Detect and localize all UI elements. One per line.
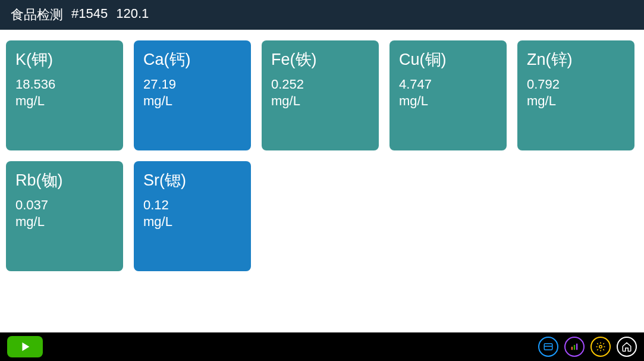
card-icon bbox=[543, 341, 554, 352]
element-label: Sr(锶) bbox=[143, 169, 241, 191]
element-unit: mg/L bbox=[15, 93, 114, 109]
element-label: Cu(铜) bbox=[399, 49, 497, 70]
footer-icon-group bbox=[538, 337, 637, 357]
element-value: 27.19 bbox=[143, 76, 241, 93]
gear-icon bbox=[595, 341, 606, 352]
settings-button[interactable] bbox=[590, 337, 611, 357]
svg-rect-4 bbox=[574, 345, 575, 350]
element-card[interactable]: Zn(锌)0.792mg/L bbox=[517, 40, 634, 150]
element-unit: mg/L bbox=[143, 93, 241, 109]
sample-id: #1545 bbox=[71, 6, 108, 24]
element-value: 0.252 bbox=[271, 76, 369, 93]
element-value: 0.12 bbox=[143, 197, 241, 214]
element-label: K(钾) bbox=[15, 49, 114, 70]
timer-value: 120.1 bbox=[116, 6, 149, 24]
chart-icon bbox=[569, 341, 580, 352]
element-card[interactable]: Sr(锶)0.12mg/L bbox=[134, 161, 251, 271]
chart-button[interactable] bbox=[564, 337, 585, 357]
element-value: 0.037 bbox=[15, 197, 114, 214]
svg-rect-3 bbox=[571, 347, 573, 350]
page-title: 食品检测 bbox=[11, 6, 63, 24]
element-label: Ca(钙) bbox=[143, 49, 241, 70]
svg-rect-5 bbox=[576, 344, 577, 350]
element-unit: mg/L bbox=[399, 93, 497, 109]
card-button[interactable] bbox=[538, 337, 558, 357]
element-label: Fe(铁) bbox=[271, 49, 369, 70]
svg-point-6 bbox=[599, 346, 602, 349]
play-button[interactable] bbox=[7, 336, 43, 357]
element-card[interactable]: Rb(铷)0.037mg/L bbox=[6, 161, 123, 271]
element-card[interactable]: Fe(铁)0.252mg/L bbox=[262, 40, 379, 150]
element-card[interactable]: Cu(铜)4.747mg/L bbox=[389, 40, 507, 150]
element-unit: mg/L bbox=[527, 93, 625, 109]
play-icon bbox=[18, 340, 32, 353]
element-value: 0.792 bbox=[527, 76, 625, 93]
element-label: Rb(铷) bbox=[15, 169, 114, 191]
element-value: 18.536 bbox=[15, 76, 114, 93]
element-value: 4.747 bbox=[399, 76, 497, 93]
home-icon bbox=[621, 341, 632, 352]
element-label: Zn(锌) bbox=[527, 49, 625, 70]
element-unit: mg/L bbox=[271, 93, 369, 109]
element-card[interactable]: K(钾)18.536mg/L bbox=[6, 40, 123, 150]
home-button[interactable] bbox=[617, 337, 637, 357]
header-bar: 食品检测 #1545 120.1 bbox=[0, 0, 644, 30]
element-unit: mg/L bbox=[15, 214, 114, 230]
svg-marker-0 bbox=[22, 343, 29, 351]
footer-bar bbox=[0, 332, 644, 361]
element-card[interactable]: Ca(钙)27.19mg/L bbox=[134, 40, 251, 150]
element-unit: mg/L bbox=[143, 214, 241, 230]
element-grid: K(钾)18.536mg/LCa(钙)27.19mg/LFe(铁)0.252mg… bbox=[0, 30, 644, 332]
